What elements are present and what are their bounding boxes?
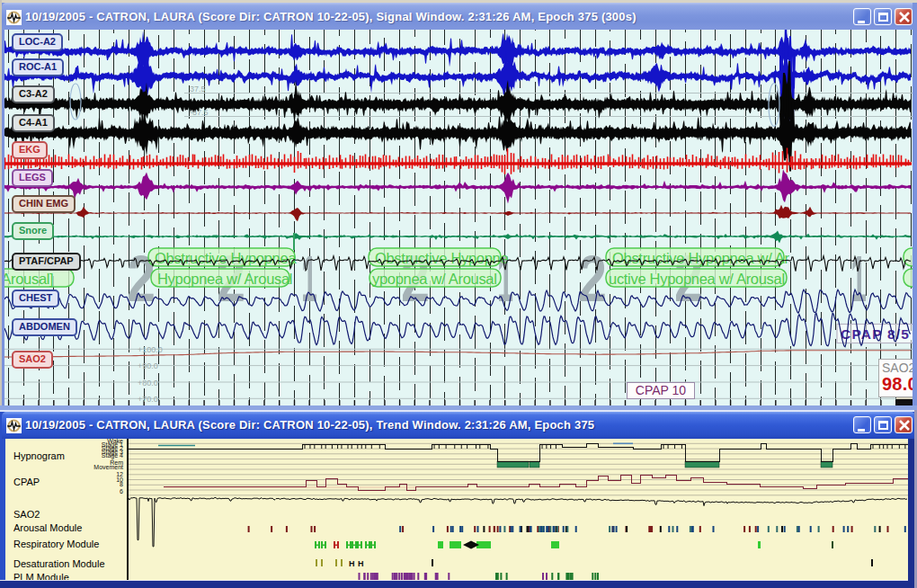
svg-text:2: 2 bbox=[578, 242, 607, 315]
svg-text:ypopnea w/ Arousal: ypopnea w/ Arousal bbox=[372, 271, 497, 287]
svg-text:+70.0: +70.0 bbox=[138, 395, 158, 404]
svg-text:w/ Arousal]: w/ Arousal] bbox=[4, 271, 53, 287]
svg-text:1: 1 bbox=[301, 242, 317, 315]
svg-text:+80.0: +80.0 bbox=[138, 379, 158, 388]
svg-text:Hypopnea w/ Arousal: Hypopnea w/ Arousal bbox=[157, 271, 292, 287]
svg-text:+90.0: +90.0 bbox=[138, 361, 158, 370]
svg-text:uctive Hypopnea w/ Arousal: uctive Hypopnea w/ Arousal bbox=[609, 271, 785, 287]
svg-text:H: H bbox=[349, 559, 355, 568]
svg-text:+100.0: +100.0 bbox=[138, 345, 163, 354]
svg-text:37.5: 37.5 bbox=[190, 85, 206, 94]
svg-text:H: H bbox=[358, 559, 364, 568]
